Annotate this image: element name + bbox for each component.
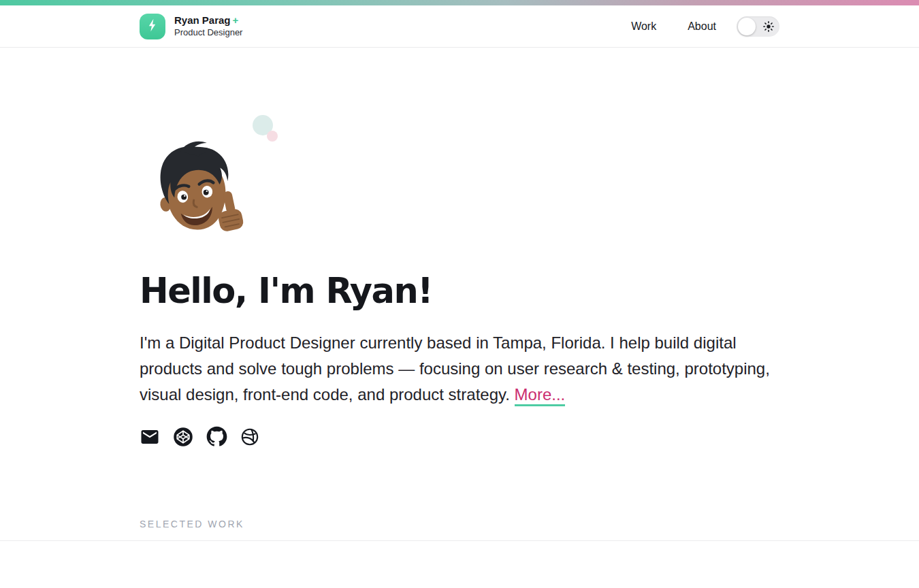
email-icon	[140, 427, 160, 450]
selected-work-label: SELECTED WORK	[140, 519, 779, 529]
github-icon	[206, 426, 227, 450]
email-link[interactable]	[140, 427, 160, 450]
theme-toggle-knob[interactable]	[738, 18, 756, 35]
sun-icon	[762, 20, 775, 35]
pink-circle-decoration	[267, 131, 278, 142]
section-divider	[0, 540, 919, 541]
page-title: Hello, I'm Ryan!	[140, 271, 779, 311]
nav-link-about[interactable]: About	[688, 20, 716, 33]
theme-toggle[interactable]	[737, 16, 779, 37]
hero-section: Hello, I'm Ryan! I'm a Digital Product D…	[140, 112, 779, 529]
avatar-area	[140, 112, 779, 244]
social-links	[140, 426, 779, 450]
dribbble-link[interactable]	[240, 427, 259, 449]
memoji-avatar	[149, 135, 250, 247]
lightning-bolt-icon	[145, 18, 160, 35]
dribbble-icon	[240, 427, 259, 449]
site-header: Ryan Parag+ Product Designer Work About	[0, 5, 919, 48]
codepen-link[interactable]	[173, 427, 193, 450]
top-gradient-bar	[0, 0, 919, 5]
github-link[interactable]	[206, 426, 227, 450]
more-link[interactable]: More...	[515, 385, 566, 406]
brand-role: Product Designer	[174, 27, 242, 38]
nav-link-work[interactable]: Work	[631, 20, 656, 33]
brand-home-link[interactable]: Ryan Parag+ Product Designer	[140, 14, 242, 39]
intro-paragraph: I'm a Digital Product Designer currently…	[140, 330, 779, 408]
logo	[140, 14, 165, 39]
intro-text: I'm a Digital Product Designer currently…	[140, 333, 770, 404]
codepen-icon	[173, 427, 193, 450]
main-nav: Work About	[600, 16, 779, 37]
brand-name: Ryan Parag	[174, 14, 231, 26]
brand-plus: +	[233, 14, 239, 26]
